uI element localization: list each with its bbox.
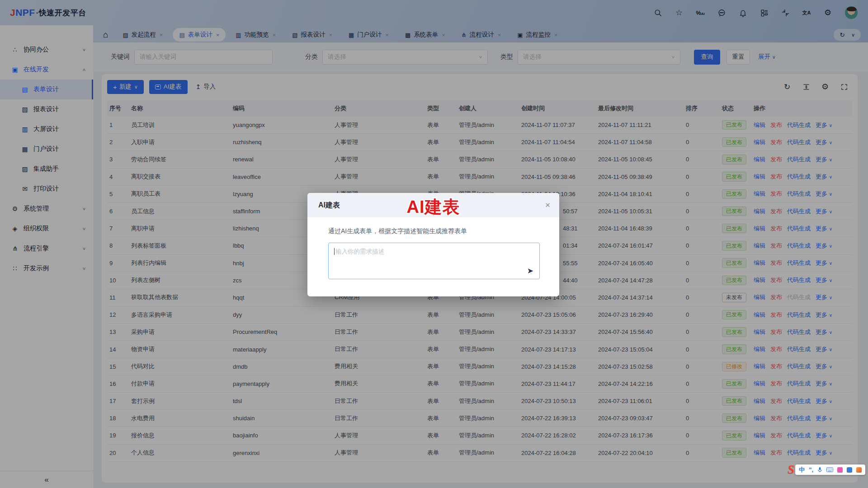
- dialog-body: 通过AI生成表单，根据文字描述智能生成推荐表单 输入你的需求描述 ➤: [307, 217, 559, 279]
- close-icon[interactable]: ×: [545, 200, 550, 210]
- textarea-placeholder: 输入你的需求描述: [335, 248, 384, 255]
- punctuation-icon[interactable]: ”,: [809, 467, 813, 473]
- mic-icon[interactable]: [817, 467, 822, 473]
- dialog-title: AI建表: [318, 201, 340, 210]
- text-caret: [334, 248, 335, 255]
- ime-logo[interactable]: S: [788, 463, 794, 477]
- toolbox-icon[interactable]: [856, 467, 862, 473]
- ai-create-table-dialog: AI建表 × AI建表 通过AI生成表单，根据文字描述智能生成推荐表单 输入你的…: [307, 193, 559, 296]
- dialog-description: 通过AI生成表单，根据文字描述智能生成推荐表单: [328, 227, 538, 235]
- skin-icon[interactable]: [837, 467, 843, 473]
- grid-icon[interactable]: [847, 467, 852, 473]
- ime-icon-bar: 中”,: [795, 465, 865, 475]
- red-annotation-text: AI建表: [407, 196, 460, 219]
- ime-toolbar: S 中”,: [788, 463, 865, 477]
- keyboard-icon[interactable]: [826, 467, 833, 472]
- send-icon[interactable]: ➤: [527, 266, 533, 276]
- requirement-textarea[interactable]: 输入你的需求描述 ➤: [328, 243, 540, 279]
- ime-mode-chinese[interactable]: 中: [799, 467, 805, 473]
